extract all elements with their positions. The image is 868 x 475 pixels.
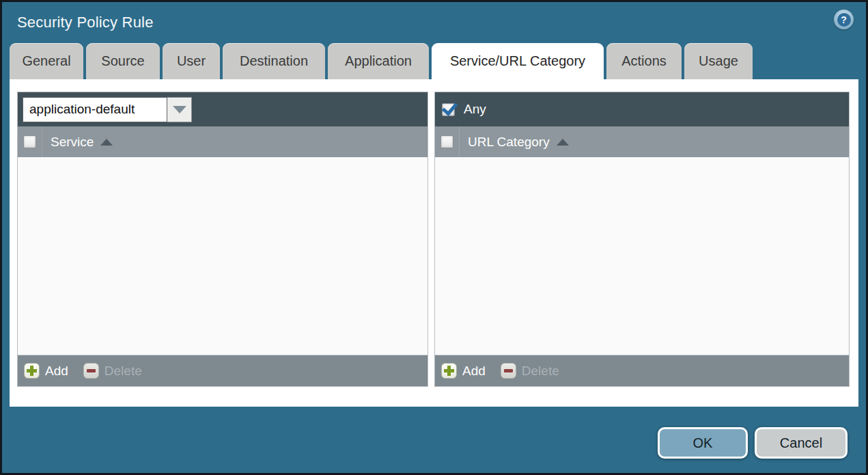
service-add-button[interactable]: Add [24,363,68,379]
tab-actions[interactable]: Actions [606,43,682,79]
sort-ascending-icon[interactable] [557,139,569,146]
service-panel: application-default Service Add [17,92,428,387]
url-category-any-checkbox[interactable] [442,103,455,116]
question-mark-glyph: ? [837,13,851,27]
title-bar: Security Policy Rule ? [2,2,866,43]
service-select-all-checkbox[interactable] [23,135,36,148]
sort-ascending-icon[interactable] [100,139,113,146]
plus-icon [24,363,40,379]
tab-service-url-category[interactable]: Service/URL Category [432,43,604,79]
service-dropdown-bar: application-default [18,92,428,126]
minus-icon [501,363,516,379]
url-category-add-button[interactable]: Add [441,363,486,379]
tab-source[interactable]: Source [86,43,160,79]
service-type-dropdown-value: application-default [23,97,167,122]
service-column-header[interactable]: Service [51,135,94,150]
service-table-header: Service [18,126,428,157]
tab-destination[interactable]: Destination [223,43,325,79]
chevron-down-icon [173,106,186,113]
plus-icon [441,363,457,379]
dialog-title: Security Policy Rule [17,14,154,31]
url-category-footer-toolbar: Add Delete [435,355,849,386]
tab-general[interactable]: General [10,43,83,79]
security-policy-rule-dialog: Security Policy Rule ? General Source Us… [0,0,868,475]
url-category-list[interactable] [435,157,849,355]
tab-application[interactable]: Application [328,43,429,79]
cancel-button[interactable]: Cancel [755,427,848,459]
url-category-delete-button[interactable]: Delete [501,363,559,379]
help-icon[interactable]: ? [834,10,854,29]
url-category-select-all-checkbox[interactable] [440,135,453,148]
url-category-table-header: URL Category [435,126,849,157]
service-type-dropdown[interactable]: application-default [23,97,192,122]
tab-user[interactable]: User [163,43,220,79]
tab-usage[interactable]: Usage [684,43,753,79]
url-category-any-bar: Any [435,92,849,126]
any-label: Any [464,102,486,117]
url-category-panel: Any URL Category Add Delete [434,92,850,387]
dropdown-arrow-button[interactable] [167,97,192,122]
service-delete-button[interactable]: Delete [83,363,142,379]
url-category-column-header[interactable]: URL Category [468,135,550,150]
minus-icon [83,363,99,379]
ok-button[interactable]: OK [658,427,748,459]
service-footer-toolbar: Add Delete [18,355,428,386]
tab-content-service-url-category: application-default Service Add [10,79,858,407]
service-list[interactable] [18,157,428,355]
tab-bar: General Source User Destination Applicat… [10,43,753,79]
